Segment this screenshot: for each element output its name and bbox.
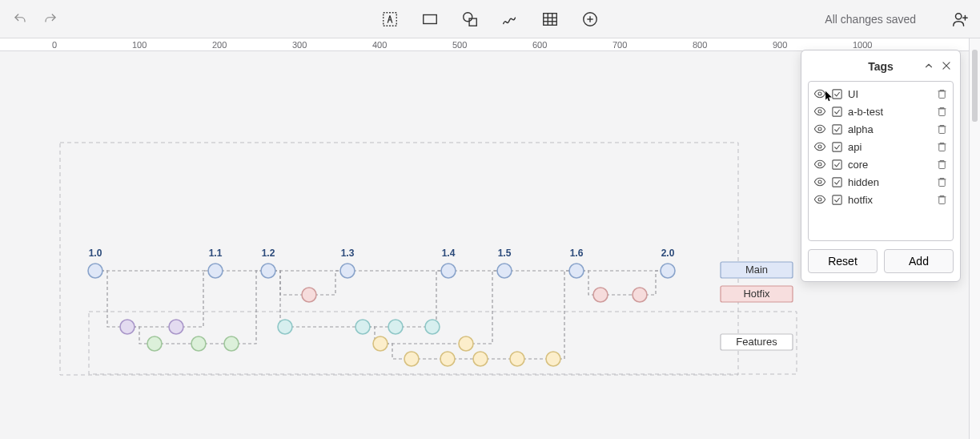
freehand-tool-button[interactable] bbox=[498, 7, 522, 31]
commit-node[interactable] bbox=[278, 320, 292, 334]
shape-tool-button[interactable] bbox=[458, 7, 482, 31]
tag-label: api bbox=[848, 141, 931, 153]
commit-node[interactable] bbox=[169, 320, 183, 334]
commit-node[interactable] bbox=[459, 336, 473, 351]
commit-node[interactable] bbox=[224, 336, 239, 351]
tag-delete-button[interactable] bbox=[936, 106, 948, 118]
tag-checkbox[interactable] bbox=[831, 141, 843, 153]
commit-node[interactable] bbox=[440, 352, 455, 366]
tag-checkbox[interactable] bbox=[831, 88, 843, 100]
tag-checkbox[interactable] bbox=[831, 194, 843, 206]
scrollbar-thumb[interactable] bbox=[972, 50, 978, 122]
version-label: 1.1 bbox=[209, 248, 223, 259]
commit-node[interactable] bbox=[497, 264, 512, 278]
version-label: 1.6 bbox=[570, 248, 584, 259]
commit-node[interactable] bbox=[569, 264, 584, 278]
commit-node[interactable] bbox=[355, 320, 370, 334]
eye-icon bbox=[813, 179, 826, 191]
commit-node[interactable] bbox=[261, 264, 275, 278]
ruler-tick: 900 bbox=[773, 40, 787, 50]
version-label: 1.4 bbox=[442, 248, 456, 259]
tag-label: core bbox=[848, 159, 931, 171]
commit-node[interactable] bbox=[593, 288, 608, 302]
trash-icon bbox=[936, 179, 948, 191]
tag-delete-button[interactable] bbox=[936, 176, 948, 188]
svg-rect-28 bbox=[939, 143, 946, 151]
undo-button[interactable] bbox=[10, 9, 30, 30]
tag-delete-button[interactable] bbox=[936, 88, 948, 100]
commit-node[interactable] bbox=[633, 288, 647, 302]
tag-delete-button[interactable] bbox=[936, 123, 948, 135]
svg-rect-36 bbox=[833, 195, 841, 203]
tags-panel-header: Tags bbox=[808, 57, 954, 76]
save-status: All changes saved bbox=[825, 0, 916, 38]
text-tool-button[interactable] bbox=[378, 7, 402, 31]
share-button[interactable] bbox=[948, 7, 972, 31]
commit-node[interactable] bbox=[441, 264, 456, 278]
rectangle-tool-button[interactable] bbox=[418, 7, 442, 31]
svg-rect-19 bbox=[939, 91, 946, 98]
svg-rect-1 bbox=[424, 14, 437, 23]
redo-button[interactable] bbox=[40, 9, 61, 30]
tag-delete-button[interactable] bbox=[936, 141, 948, 153]
tag-visibility-toggle[interactable] bbox=[813, 105, 826, 118]
diagram-edge bbox=[231, 271, 268, 344]
version-label: 1.2 bbox=[262, 248, 275, 259]
tags-reset-button[interactable]: Reset bbox=[808, 249, 878, 273]
tags-add-button[interactable]: Add bbox=[884, 249, 954, 273]
text-tool-icon bbox=[381, 10, 399, 28]
tag-visibility-toggle[interactable] bbox=[813, 175, 826, 188]
table-tool-button[interactable] bbox=[538, 7, 562, 31]
tag-checkbox[interactable] bbox=[831, 176, 843, 188]
tag-checkbox[interactable] bbox=[831, 159, 843, 171]
tags-collapse-button[interactable] bbox=[922, 58, 936, 73]
tag-delete-button[interactable] bbox=[936, 159, 948, 171]
trash-icon bbox=[936, 143, 948, 155]
diagram-edge bbox=[432, 271, 448, 327]
ruler-tick: 1000 bbox=[853, 40, 872, 50]
ruler-tick: 800 bbox=[693, 40, 707, 50]
svg-rect-33 bbox=[833, 177, 841, 186]
add-tool-button[interactable] bbox=[578, 7, 602, 31]
tag-visibility-toggle[interactable] bbox=[813, 87, 826, 100]
svg-point-2 bbox=[464, 12, 472, 21]
commit-node[interactable] bbox=[425, 320, 440, 334]
diagram-edge bbox=[95, 271, 127, 327]
commit-node[interactable] bbox=[546, 352, 560, 366]
freehand-tool-icon bbox=[501, 10, 519, 28]
commit-node[interactable] bbox=[388, 320, 403, 334]
tag-visibility-toggle[interactable] bbox=[813, 158, 826, 171]
commit-node[interactable] bbox=[373, 336, 388, 351]
commit-node[interactable] bbox=[88, 264, 102, 278]
tags-list: UIa-b-testalphaapicorehiddenhotfix bbox=[808, 81, 954, 241]
tag-checkbox[interactable] bbox=[831, 106, 843, 118]
vertical-scrollbar[interactable] bbox=[969, 38, 980, 439]
commit-node[interactable] bbox=[340, 264, 355, 278]
commit-node[interactable] bbox=[473, 352, 488, 366]
commit-node[interactable] bbox=[302, 288, 316, 302]
tag-delete-button[interactable] bbox=[936, 194, 948, 206]
commit-node[interactable] bbox=[120, 320, 135, 334]
undo-icon bbox=[13, 12, 27, 26]
commit-node[interactable] bbox=[208, 264, 223, 278]
tag-label: a-b-test bbox=[848, 106, 931, 118]
version-label: 2.0 bbox=[661, 248, 675, 259]
tag-checkbox[interactable] bbox=[831, 123, 843, 135]
commit-node[interactable] bbox=[510, 352, 524, 366]
tag-visibility-toggle[interactable] bbox=[813, 140, 826, 153]
tag-visibility-toggle[interactable] bbox=[813, 123, 826, 135]
eye-icon bbox=[813, 126, 826, 138]
version-label: 1.3 bbox=[341, 248, 355, 259]
checkbox-checked-icon bbox=[831, 108, 843, 120]
svg-point-23 bbox=[818, 127, 821, 131]
checkbox-checked-icon bbox=[831, 143, 843, 155]
lane-main-label: Main bbox=[745, 264, 768, 276]
commit-node[interactable] bbox=[404, 352, 419, 366]
tags-close-button[interactable] bbox=[939, 58, 954, 73]
diagram-frame bbox=[60, 143, 738, 375]
svg-point-20 bbox=[818, 110, 821, 113]
commit-node[interactable] bbox=[191, 336, 206, 351]
commit-node[interactable] bbox=[147, 336, 162, 351]
tag-visibility-toggle[interactable] bbox=[813, 193, 826, 206]
commit-node[interactable] bbox=[661, 264, 675, 278]
